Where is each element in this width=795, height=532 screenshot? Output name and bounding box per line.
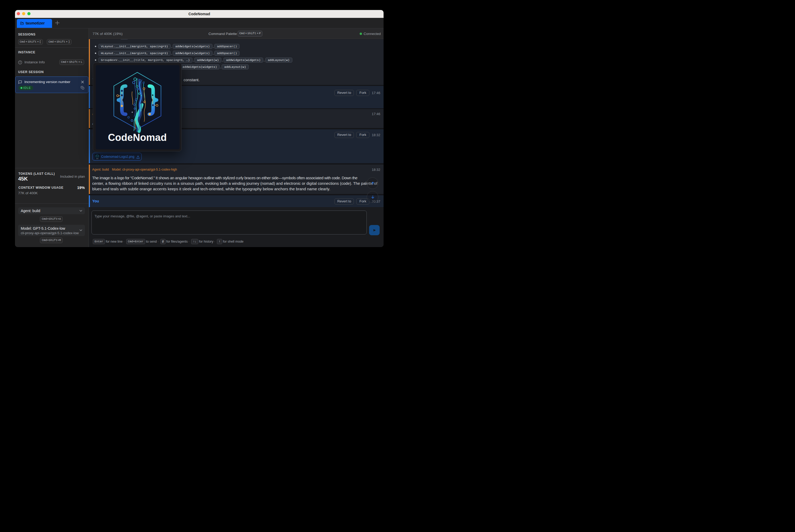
svg-text:CodeNomad: CodeNomad	[108, 132, 167, 143]
